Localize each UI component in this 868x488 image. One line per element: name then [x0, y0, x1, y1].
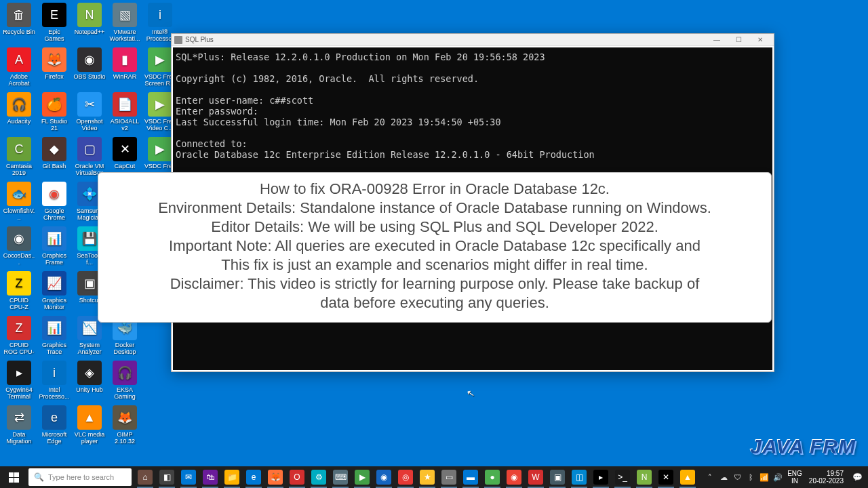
taskbar-app[interactable]: ◉ [503, 466, 525, 488]
desktop-icon[interactable]: 📄ASIO4ALL v2 Instructio... [108, 92, 141, 137]
app-icon: ▣ [550, 470, 565, 485]
desktop-icon[interactable]: ◉Google Chrome [38, 182, 71, 226]
taskbar-app[interactable]: ● [481, 466, 503, 488]
desktop-icon[interactable]: 📊Graphics Trace Analy... [38, 316, 71, 361]
taskbar-app[interactable]: ▸ [590, 466, 612, 488]
start-button[interactable] [1, 466, 26, 488]
taskbar-app[interactable]: W [525, 466, 547, 488]
taskbar-app[interactable]: ▣ [547, 466, 568, 488]
info-overlay: How to fix ORA-00928 Error in Oracle Dat… [98, 172, 772, 323]
taskbar-app[interactable]: ▭ [438, 466, 460, 488]
app-icon: 🗑 [7, 3, 31, 27]
desktop-icon[interactable]: AAdobe Acrobat [3, 47, 35, 92]
tray-chevron-icon[interactable]: ˄ [703, 466, 717, 488]
desktop-icon[interactable]: ▸Cygwin64 Terminal [3, 361, 35, 405]
desktop-icon[interactable]: NNotepad++ [73, 3, 106, 47]
clock[interactable]: 19:57 20-02-2023 [805, 470, 848, 485]
taskbar-app[interactable]: 🦊 [264, 466, 286, 488]
icon-label: Microsoft Edge [38, 431, 71, 445]
tray-defender-icon[interactable]: 🛡 [730, 466, 744, 488]
taskbar-app[interactable]: 📁 [221, 466, 243, 488]
desktop-icon[interactable]: ⇄Data Migration [3, 405, 35, 450]
taskbar-app[interactable]: ⌨ [330, 466, 351, 488]
language-indicator[interactable]: ENG IN [785, 470, 805, 485]
app-icon: ▬ [463, 470, 478, 485]
app-icon: E [42, 3, 66, 27]
taskbar-app[interactable]: ▲ [677, 466, 698, 488]
app-icon: 📈 [42, 271, 66, 296]
app-icon: C [7, 137, 31, 161]
notifications-button[interactable]: 💬 [848, 472, 867, 482]
taskbar-app[interactable]: O [286, 466, 308, 488]
desktop-icon[interactable]: iIntel Processo... [38, 361, 71, 405]
taskbar-app[interactable]: ◧ [156, 466, 178, 488]
taskbar-app[interactable]: ◉ [373, 466, 395, 488]
tray-wifi-icon[interactable]: 📶 [757, 466, 771, 488]
desktop-icon[interactable]: 🎧Audacity [3, 92, 35, 137]
tray-volume-icon[interactable]: 🔊 [771, 466, 785, 488]
app-icon: 🍊 [42, 92, 66, 117]
taskbar-app[interactable]: e [243, 466, 264, 488]
overlay-line: Environment Details: Standalone instance… [109, 199, 760, 218]
search-box[interactable]: 🔍 Type here to search [28, 468, 132, 486]
taskbar-app[interactable]: ⚙ [308, 466, 330, 488]
search-placeholder: Type here to search [48, 473, 114, 481]
icon-label: Recycle Bin [3, 28, 35, 35]
icon-label: Notepad++ [75, 28, 105, 35]
taskbar-app[interactable]: ▶ [351, 466, 373, 488]
icon-label: CocosDas... [3, 252, 35, 266]
desktop-icon[interactable]: ▧VMware Workstati... [108, 3, 141, 47]
desktop-icon[interactable]: ◆Git Bash [38, 137, 71, 182]
desktop-icon[interactable]: ◉OBS Studio [73, 47, 106, 92]
taskbar-app[interactable]: ◫ [568, 466, 590, 488]
desktop-icon[interactable]: 🐟ClownfishV... [3, 182, 35, 226]
icon-label: VLC media player [73, 431, 106, 445]
icon-label: CPUID ROG CPU-Z [3, 342, 35, 355]
icon-label: Firefox [45, 73, 64, 80]
desktop-icon[interactable]: 🦊Firefox [38, 47, 71, 92]
tray-onedrive-icon[interactable]: ☁ [717, 466, 730, 488]
app-icon: ▶ [148, 137, 172, 161]
tray-bluetooth-icon[interactable]: ᛒ [744, 466, 757, 488]
desktop-icon[interactable]: ◉CocosDas... [3, 226, 35, 271]
desktop-icon[interactable]: ▮WinRAR [108, 47, 141, 92]
desktop-icon[interactable]: 📈Graphics Monitor [38, 271, 71, 316]
close-button[interactable]: ✕ [749, 35, 771, 45]
desktop-icon[interactable]: ✂Openshot Video Editor [73, 92, 106, 137]
desktop-icon[interactable]: 🎧EKSA Gaming Headset [108, 361, 141, 405]
desktop-icon[interactable]: ▲VLC media player [73, 405, 106, 450]
app-icon: ◉ [42, 182, 66, 206]
icon-label: Google Chrome [38, 207, 71, 221]
desktop-icon[interactable]: 🗑Recycle Bin [3, 3, 35, 47]
app-icon: ▶ [148, 92, 172, 117]
taskbar-app[interactable]: N [633, 466, 655, 488]
taskbar-app[interactable]: ⌂ [134, 466, 156, 488]
app-icon: ▸ [593, 470, 608, 485]
desktop-icon[interactable]: EEpic Games Launcher [38, 3, 71, 47]
app-icon: e [246, 470, 261, 485]
desktop-icon[interactable]: 🦊GIMP 2.10.32 [108, 405, 141, 450]
minimize-button[interactable]: — [706, 35, 728, 45]
desktop-icon[interactable]: 🍊FL Studio 21 [38, 92, 71, 137]
desktop-icon[interactable]: CCamtasia 2019 [3, 137, 35, 182]
desktop-icon[interactable]: ◈Unity Hub [73, 361, 106, 405]
taskbar-app[interactable]: 🛍 [199, 466, 221, 488]
taskbar-app[interactable]: ★ [416, 466, 438, 488]
taskbar-app[interactable]: ✕ [655, 466, 677, 488]
overlay-line: data before executing any queries. [109, 293, 760, 312]
icon-label: Graphics Frame Anal... [38, 252, 71, 266]
taskbar-app[interactable]: ◎ [395, 466, 416, 488]
taskbar-app[interactable]: ▬ [460, 466, 481, 488]
app-icon: 📊 [42, 226, 66, 251]
desktop-icon[interactable]: ZCPUID ROG CPU-Z [3, 316, 35, 361]
desktop-icon[interactable]: 📊Graphics Frame Anal... [38, 226, 71, 271]
time: 19:57 [809, 470, 844, 477]
maximize-button[interactable]: ☐ [728, 35, 749, 45]
desktop-icon[interactable]: ZCPUID CPU-Z [3, 271, 35, 316]
app-icon: 🐟 [7, 182, 31, 206]
taskbar-app[interactable]: ✉ [178, 466, 199, 488]
icon-label: Adobe Acrobat [3, 73, 35, 87]
desktop-icon[interactable]: eMicrosoft Edge [38, 405, 71, 450]
titlebar[interactable]: SQL Plus — ☐ ✕ [172, 34, 774, 46]
taskbar-app[interactable]: >_ [612, 466, 633, 488]
